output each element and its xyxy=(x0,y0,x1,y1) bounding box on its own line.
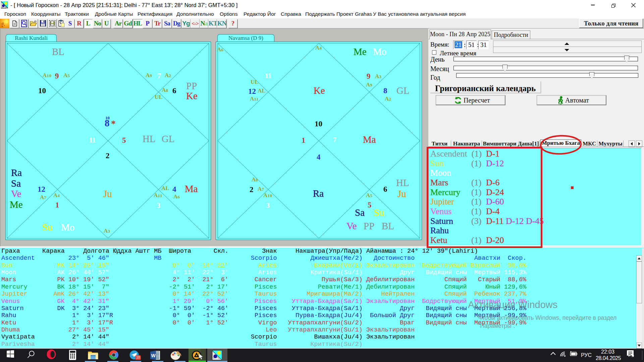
svg-text:W: W xyxy=(151,353,156,358)
